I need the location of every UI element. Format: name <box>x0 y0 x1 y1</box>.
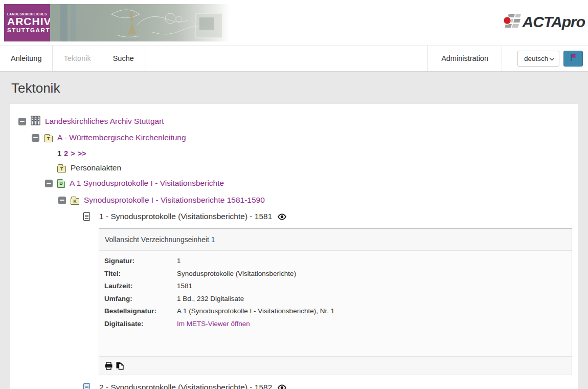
collapse-toggle-icon[interactable] <box>18 118 26 125</box>
field-label: Signatur: <box>104 257 177 265</box>
pagination-current-page: 1 <box>57 149 61 158</box>
language-select[interactable]: deutsch <box>517 51 559 67</box>
eye-icon[interactable] <box>277 384 287 389</box>
verzeichnungseinheit-icon <box>83 383 90 389</box>
field-digitalisate: Digitalisate: Im METS-Viewer öffnen <box>104 320 567 328</box>
tree-node-kirchenleitung: T A - Württembergische Kirchenleitung <box>16 129 572 146</box>
tree-item-label[interactable]: 2 - Synodusprotokolle (Visitationsberich… <box>99 383 272 389</box>
verzeichnungseinheit-icon <box>83 212 90 221</box>
tree-node-label[interactable]: A 1 Synodusprotokolle I - Visitationsber… <box>70 179 224 188</box>
nav-right-group: Administration deutsch <box>427 46 588 71</box>
archive-holdings-icon <box>31 116 40 127</box>
field-label: Laufzeit: <box>104 283 177 290</box>
tree-item-1582: 2 - Synodusprotokolle (Visitationsberich… <box>16 379 572 389</box>
tree-item-label[interactable]: 1 - Synodusprotokolle (Visitationsberich… <box>99 212 272 221</box>
tektonik-tree-card: Landeskirchliches Archiv Stuttgart T A -… <box>10 104 578 389</box>
mets-viewer-link[interactable]: Im METS-Viewer öffnen <box>177 320 250 328</box>
field-label: Umfang: <box>104 295 177 302</box>
field-value: 1581 <box>177 283 192 290</box>
title-bar: Tektonik <box>0 72 588 104</box>
klassifikation-folder-icon: K <box>71 198 79 205</box>
field-label: Bestellsignatur: <box>104 308 177 315</box>
copy-icon[interactable] <box>116 361 124 370</box>
bestand-letter: B <box>59 181 63 186</box>
print-icon[interactable] <box>104 362 113 370</box>
language-select-value: deutsch <box>524 55 548 62</box>
folder-letter: T <box>47 137 50 141</box>
detail-panel-title: Vollansicht Verzeichnungseinheit 1 <box>99 229 572 251</box>
detail-panel: Vollansicht Verzeichnungseinheit 1 Signa… <box>99 228 572 375</box>
field-label: Titel: <box>104 270 177 277</box>
field-signatur: Signatur: 1 <box>104 257 567 265</box>
archive-logo: LANDESKIRCHLICHES ARCHIV STUTTGART <box>4 4 230 41</box>
top-header: LANDESKIRCHLICHES ARCHIV STUTTGART <box>0 0 588 45</box>
flag-button[interactable] <box>563 51 583 67</box>
nav-item-suche[interactable]: Suche <box>102 46 145 71</box>
tree-node-personalakten: T Personalakten <box>16 161 572 175</box>
nav-item-tektonik[interactable]: Tektonik <box>53 46 102 71</box>
actapro-logo: ACTApro <box>502 12 585 32</box>
flag-icon <box>570 53 577 63</box>
pagination-page-2[interactable]: 2 <box>64 149 68 158</box>
logo-text-line: ARCHIV <box>7 16 47 27</box>
field-value: 1 <box>177 257 181 265</box>
tree-node-bestand-a1: B A 1 Synodusprotokolle I - Visitationsb… <box>16 175 572 192</box>
folder-letter: K <box>73 199 76 204</box>
field-label: Digitalisate: <box>104 320 177 328</box>
pagination-next[interactable]: > <box>71 149 75 158</box>
field-bestellsignatur: Bestellsignatur: A 1 (Synodusprotokolle … <box>104 308 567 315</box>
actapro-tiles-icon <box>502 12 522 32</box>
nav-item-anleitung[interactable]: Anleitung <box>0 46 53 71</box>
field-umfang: Umfang: 1 Bd., 232 Digitalisate <box>104 295 567 302</box>
main-nav: Anleitung Tektonik Suche Administration … <box>0 45 588 72</box>
tree-node-label[interactable]: A - Württembergische Kirchenleitung <box>57 133 186 142</box>
field-laufzeit: Laufzeit: 1581 <box>104 283 567 290</box>
detail-panel-footer <box>99 356 572 375</box>
field-value: Synodusprotokolle (Visitationsberichte) <box>177 270 296 277</box>
page-title: Tektonik <box>11 80 577 96</box>
actapro-wordmark: ACTApro <box>523 13 585 31</box>
tree-pagination: 1 2 > >> <box>16 146 572 161</box>
collapse-toggle-icon[interactable] <box>58 197 66 204</box>
tektonik-folder-icon: T <box>57 166 66 172</box>
tree-node-label[interactable]: Synodusprotokolle I - Visitationsbericht… <box>84 196 265 205</box>
collapse-toggle-icon[interactable] <box>32 134 39 142</box>
pagination-last[interactable]: >> <box>78 149 86 158</box>
tree-item-1581: 1 - Synodusprotokolle (Visitationsberich… <box>16 208 572 225</box>
tree-node-label[interactable]: Personalakten <box>71 163 121 172</box>
chevron-down-icon <box>549 55 555 62</box>
tree-node-archive: Landeskirchliches Archiv Stuttgart <box>16 113 572 129</box>
logo-text-line: STUTTGART <box>7 27 47 33</box>
field-value: A 1 (Synodusprotokolle I - Visitationsbe… <box>177 308 334 315</box>
eye-icon[interactable] <box>277 213 287 220</box>
archive-logo-box: LANDESKIRCHLICHES ARCHIV STUTTGART <box>4 4 50 41</box>
detail-panel-body: Signatur: 1 Titel: Synodusprotokolle (Vi… <box>99 251 572 356</box>
banner-image <box>50 4 230 41</box>
tree-node-label[interactable]: Landeskirchliches Archiv Stuttgart <box>45 117 164 126</box>
tektonik-folder-icon: T <box>44 136 53 142</box>
nav-item-administration[interactable]: Administration <box>427 46 502 71</box>
field-value: 1 Bd., 232 Digitalisate <box>177 295 244 302</box>
folder-letter: T <box>60 167 63 171</box>
bestand-icon: B <box>57 179 65 188</box>
field-titel: Titel: Synodusprotokolle (Visitationsber… <box>104 270 567 277</box>
tree-node-klassifikation: K Synodusprotokolle I - Visitationsberic… <box>16 192 572 208</box>
collapse-toggle-icon[interactable] <box>45 180 53 187</box>
